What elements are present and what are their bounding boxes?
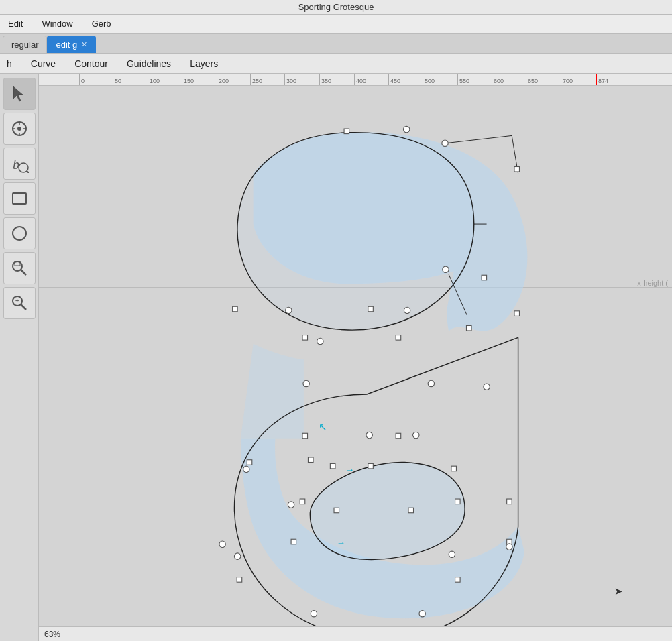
svg-rect-29 <box>302 335 308 341</box>
tabbar: regular edit g ✕ <box>0 34 672 54</box>
svg-point-64 <box>311 610 317 616</box>
tooltab-h[interactable]: h <box>5 56 13 72</box>
svg-point-61 <box>484 384 490 390</box>
ruler-mark-650: 650 <box>526 74 538 86</box>
menu-window[interactable]: Window <box>39 17 75 30</box>
svg-point-12 <box>13 261 22 271</box>
svg-point-53 <box>403 126 409 132</box>
pointer-icon <box>11 85 28 103</box>
svg-line-16 <box>21 304 26 310</box>
zoom-icon: + <box>11 294 28 312</box>
menu-gerb[interactable]: Gerb <box>89 17 114 30</box>
titlebar: Sporting Grotesque <box>0 0 672 15</box>
rectangle-icon <box>11 190 28 207</box>
svg-point-54 <box>442 140 448 146</box>
tooltab-contour[interactable]: Contour <box>73 56 109 72</box>
svg-rect-22 <box>344 129 349 134</box>
svg-rect-46 <box>237 577 242 583</box>
tab-close-edit-g[interactable]: ✕ <box>81 40 87 49</box>
svg-rect-34 <box>308 457 313 463</box>
ruler-mark-50: 50 <box>113 74 121 86</box>
svg-point-58 <box>428 380 434 386</box>
tool-rectangle[interactable] <box>3 182 36 215</box>
app-title: Sporting Grotesque <box>298 2 374 12</box>
svg-rect-25 <box>482 275 487 280</box>
svg-rect-35 <box>330 463 335 469</box>
tool-zoom[interactable]: + <box>3 287 36 319</box>
ruler-mark-300: 300 <box>284 74 296 86</box>
main-area: b + <box>0 74 672 641</box>
svg-point-65 <box>419 610 425 616</box>
svg-point-57 <box>303 380 309 386</box>
canvas-area[interactable]: 0 50 100 150 200 250 300 350 400 450 500… <box>39 74 672 641</box>
tooltab-layers[interactable]: Layers <box>188 56 219 72</box>
svg-rect-40 <box>408 508 414 513</box>
tool-zoom-select[interactable] <box>3 252 36 284</box>
tool-glyph-select[interactable]: b <box>3 148 36 180</box>
svg-rect-31 <box>302 433 308 439</box>
svg-rect-10 <box>13 193 26 204</box>
svg-text:+: + <box>15 298 19 304</box>
canvas[interactable]: x-height ( descender (- <box>39 86 672 626</box>
tooltab-guidelines[interactable]: Guidelines <box>125 56 172 72</box>
svg-point-51 <box>286 307 292 313</box>
svg-rect-33 <box>247 460 252 465</box>
svg-text:↖: ↖ <box>319 421 327 432</box>
svg-point-62 <box>243 466 249 472</box>
ruler-mark-600: 600 <box>492 74 504 86</box>
ruler-mark-450: 450 <box>388 74 400 86</box>
svg-rect-26 <box>514 166 520 172</box>
tooltab-curve[interactable]: Curve <box>30 56 57 72</box>
node-select-icon <box>10 119 29 138</box>
svg-point-66 <box>506 544 512 550</box>
zoom-level[interactable]: 63% <box>44 630 60 639</box>
svg-rect-39 <box>334 508 339 513</box>
svg-text:→: → <box>337 538 345 548</box>
svg-point-69 <box>219 541 225 547</box>
svg-point-11 <box>13 227 26 240</box>
svg-line-18 <box>445 135 512 143</box>
ellipse-icon <box>11 225 28 242</box>
ruler-mark-550: 550 <box>457 74 469 86</box>
svg-line-9 <box>27 171 29 173</box>
menu-edit[interactable]: Edit <box>5 17 25 30</box>
svg-rect-38 <box>300 499 305 504</box>
svg-point-56 <box>317 338 323 344</box>
svg-point-68 <box>449 551 455 557</box>
ruler-mark-700: 700 <box>561 74 573 86</box>
glyph-select-icon: b <box>10 154 29 173</box>
svg-point-67 <box>234 553 240 559</box>
zoom-select-icon <box>11 259 28 277</box>
svg-text:→: → <box>345 465 354 475</box>
ruler-mark-red: 874 <box>596 74 608 86</box>
tab-edit-g[interactable]: edit g ✕ <box>47 36 96 53</box>
svg-point-55 <box>443 266 449 272</box>
svg-rect-42 <box>507 499 512 504</box>
tool-pointer[interactable] <box>3 78 36 110</box>
ruler-top: 0 50 100 150 200 250 300 350 400 450 500… <box>39 74 672 86</box>
ruler-mark-400: 400 <box>354 74 366 86</box>
ruler-mark-200: 200 <box>217 74 229 86</box>
svg-point-52 <box>404 307 410 313</box>
ruler-mark-500: 500 <box>423 74 435 86</box>
svg-text:➤: ➤ <box>614 585 623 597</box>
ruler-mark-350: 350 <box>319 74 331 86</box>
svg-point-63 <box>288 502 294 508</box>
svg-point-8 <box>19 163 28 172</box>
svg-rect-30 <box>396 335 401 341</box>
svg-point-59 <box>366 432 372 438</box>
svg-rect-43 <box>291 539 296 544</box>
toolbar: b + <box>0 74 39 641</box>
tool-node-select[interactable] <box>3 113 36 145</box>
glyph-svg: ↖ → → ➤ <box>39 98 672 626</box>
tab-regular[interactable]: regular <box>3 36 47 53</box>
svg-point-2 <box>17 127 21 131</box>
ruler-mark-100: 100 <box>148 74 160 86</box>
svg-rect-27 <box>514 311 520 316</box>
ruler-mark-0: 0 <box>79 74 85 86</box>
svg-text:b: b <box>13 157 19 172</box>
svg-rect-23 <box>233 306 238 312</box>
tool-ellipse[interactable] <box>3 217 36 249</box>
svg-rect-37 <box>451 466 457 471</box>
svg-rect-24 <box>368 306 374 312</box>
